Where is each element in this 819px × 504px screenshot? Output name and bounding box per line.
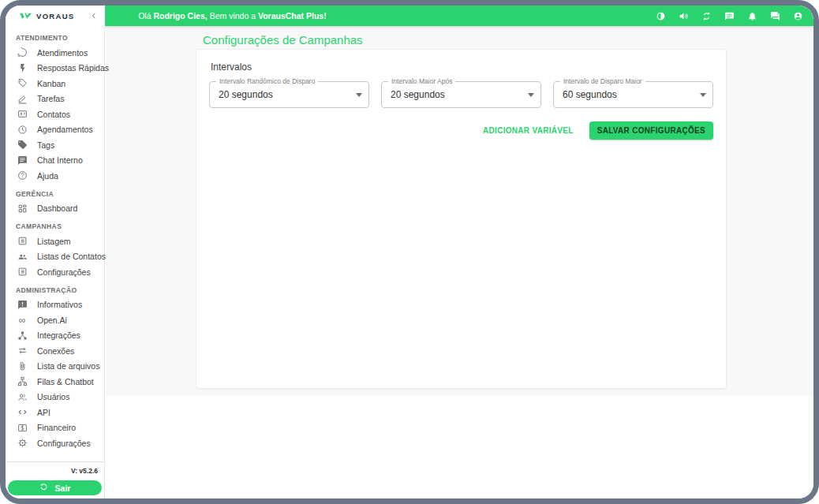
sidebar-item-dashboard[interactable]: Dashboard bbox=[6, 201, 104, 217]
icon-wrap bbox=[17, 124, 28, 135]
topbar-sync-button[interactable] bbox=[701, 10, 712, 22]
kanban-icon bbox=[17, 78, 28, 88]
chat-icon bbox=[17, 155, 28, 166]
topbar-dark-mode-button[interactable] bbox=[655, 10, 667, 22]
sidebar-item-lista-de-arquivos[interactable]: Lista de arquivos bbox=[6, 359, 104, 375]
sidebar-item-api[interactable]: API bbox=[6, 405, 104, 420]
people-icon bbox=[17, 252, 28, 262]
select-intervalo-maior-apos[interactable]: Intervalo Maior Após20 segundos bbox=[381, 81, 541, 108]
section-label-administracao: ADMINISTRAÇÃO bbox=[6, 280, 104, 297]
sidebar-item-atendimentos[interactable]: Atendimentos bbox=[6, 45, 104, 61]
gear-icon bbox=[17, 438, 28, 448]
topbar-forum-button[interactable] bbox=[769, 10, 781, 22]
icon-wrap bbox=[17, 109, 28, 120]
sidebar-item-ajuda[interactable]: Ajuda bbox=[6, 168, 104, 184]
select-intervalo-randomico-de-disparo[interactable]: Intervalo Randômico de Disparo20 segundo… bbox=[209, 81, 369, 108]
logout-rotate-icon bbox=[39, 483, 48, 493]
sidebar-item-label: Configurações bbox=[37, 267, 91, 277]
sidebar-item-label: Dashboard bbox=[37, 203, 77, 213]
topbar-volume-button[interactable] bbox=[678, 10, 690, 22]
select-value: 60 segundos bbox=[563, 89, 617, 100]
icon-wrap bbox=[17, 267, 28, 278]
sidebar-item-label: Open.Ai bbox=[37, 315, 67, 325]
sidebar-item-configuracoes[interactable]: Configurações bbox=[6, 264, 104, 280]
icon-wrap bbox=[17, 93, 28, 104]
sidebar-item-usuarios[interactable]: Usuários bbox=[6, 390, 104, 405]
main-content: Configurações de Campanhas Intervalos In… bbox=[106, 26, 813, 395]
sidebar-item-open-ai[interactable]: ∞Open.Ai bbox=[6, 312, 104, 328]
settings-card: Intervalos Intervalo Randômico de Dispar… bbox=[196, 49, 727, 389]
topbar-account-button[interactable] bbox=[792, 10, 804, 22]
select-intervalo-de-disparo-maior[interactable]: Intervalo de Disparo Maior60 segundos bbox=[553, 81, 713, 108]
topbar-message-button[interactable] bbox=[724, 10, 735, 22]
sidebar-item-label: Agendamentos bbox=[37, 125, 93, 134]
dark-mode-icon bbox=[656, 11, 666, 21]
sidebar-item-agendamentos[interactable]: Agendamentos bbox=[6, 122, 104, 138]
topbar-icon-group bbox=[655, 10, 804, 22]
flash-icon bbox=[17, 63, 28, 73]
icon-wrap bbox=[17, 422, 28, 433]
sidebar-item-label: Filas & Chatbot bbox=[37, 377, 94, 386]
topbar: Olá Rodrigo Cies, Bem vindo a VorausChat… bbox=[105, 6, 813, 26]
window-frame: VORAUS Olá Rodrigo Cies, Bem vindo a Vor… bbox=[0, 0, 819, 504]
sidebar-item-contatos[interactable]: Contatos bbox=[6, 106, 104, 122]
collapse-sidebar-button[interactable] bbox=[88, 10, 99, 21]
sidebar-item-label: Lista de arquivos bbox=[37, 361, 99, 371]
sidebar-item-configuracoes[interactable]: Configurações bbox=[6, 435, 104, 451]
intervals-select-row: Intervalo Randômico de Disparo20 segundo… bbox=[209, 81, 713, 108]
greeting-middle: Bem vindo a bbox=[208, 11, 258, 21]
chevron-down-icon bbox=[528, 93, 534, 97]
select-floating-label: Intervalo Maior Após bbox=[388, 77, 455, 85]
greeting-prefix: Olá bbox=[138, 11, 153, 21]
edit-icon bbox=[17, 94, 28, 104]
select-value: 20 segundos bbox=[391, 89, 445, 100]
sidebar-item-filas-chatbot[interactable]: Filas & Chatbot bbox=[6, 374, 104, 390]
sidebar-item-tags[interactable]: Tags bbox=[6, 137, 104, 153]
add-variable-button[interactable]: ADICIONAR VARIÁVEL bbox=[478, 122, 578, 139]
save-settings-button[interactable]: SALVAR CONFIGURAÇÕES bbox=[589, 121, 713, 140]
swap-icon bbox=[17, 345, 28, 356]
sidebar-item-conexoes[interactable]: Conexões bbox=[6, 343, 104, 359]
icon-wrap bbox=[17, 299, 28, 310]
sidebar-item-tarefas[interactable]: Tarefas bbox=[6, 91, 104, 107]
message-icon bbox=[724, 11, 735, 21]
sidebar-item-integracoes[interactable]: Integrações bbox=[6, 328, 104, 344]
sidebar-item-respostas-rapidas[interactable]: Respostas Rápidas bbox=[6, 61, 104, 77]
sidebar-item-label: Tags bbox=[37, 140, 54, 150]
icon-wrap bbox=[17, 155, 28, 166]
whatsapp-icon bbox=[17, 47, 28, 58]
list-box-icon bbox=[17, 267, 28, 277]
version-label: V: v5.2.6 bbox=[6, 462, 104, 479]
logout-label: Sair bbox=[55, 483, 71, 493]
icon-wrap bbox=[17, 330, 28, 341]
chevron-left-icon bbox=[90, 10, 98, 22]
sidebar-item-listas-de-contatos[interactable]: Listas de Contatos bbox=[6, 249, 104, 265]
contact-card-icon bbox=[17, 109, 28, 119]
help-icon bbox=[17, 170, 28, 181]
sidebar-item-label: Respostas Rápidas bbox=[37, 63, 109, 73]
sidebar-item-label: Usuários bbox=[37, 392, 69, 401]
sidebar-item-label: Integrações bbox=[37, 330, 80, 340]
sidebar-item-label: Ajuda bbox=[37, 171, 58, 181]
sidebar-item-chat-interno[interactable]: Chat Interno bbox=[6, 153, 104, 169]
sidebar-item-label: Atendimentos bbox=[37, 48, 88, 58]
paperclip-icon bbox=[17, 361, 28, 371]
sidebar-item-kanban[interactable]: Kanban bbox=[6, 76, 104, 91]
hub-icon bbox=[17, 330, 28, 341]
sidebar-item-informativos[interactable]: Informativos bbox=[6, 297, 104, 313]
chevron-down-icon bbox=[356, 93, 362, 97]
sidebar-logo-strip: VORAUS bbox=[6, 6, 105, 26]
screenshot-stage: VORAUS Olá Rodrigo Cies, Bem vindo a Vor… bbox=[0, 0, 819, 504]
icon-wrap: ∞ bbox=[17, 315, 28, 326]
greeting-product: VorausChat Plus! bbox=[258, 11, 327, 21]
sidebar-item-listagem[interactable]: Listagem bbox=[6, 233, 104, 249]
topbar-bell-button[interactable] bbox=[746, 10, 758, 22]
sidebar-item-financeiro[interactable]: Financeiro bbox=[6, 420, 104, 436]
tree-icon bbox=[17, 376, 28, 386]
logout-button[interactable]: Sair bbox=[8, 480, 102, 495]
icon-wrap bbox=[17, 203, 28, 214]
brand-name: VORAUS bbox=[36, 12, 74, 21]
code-icon bbox=[17, 407, 28, 417]
chevron-down-icon bbox=[700, 93, 706, 97]
infinity-icon: ∞ bbox=[19, 315, 26, 325]
